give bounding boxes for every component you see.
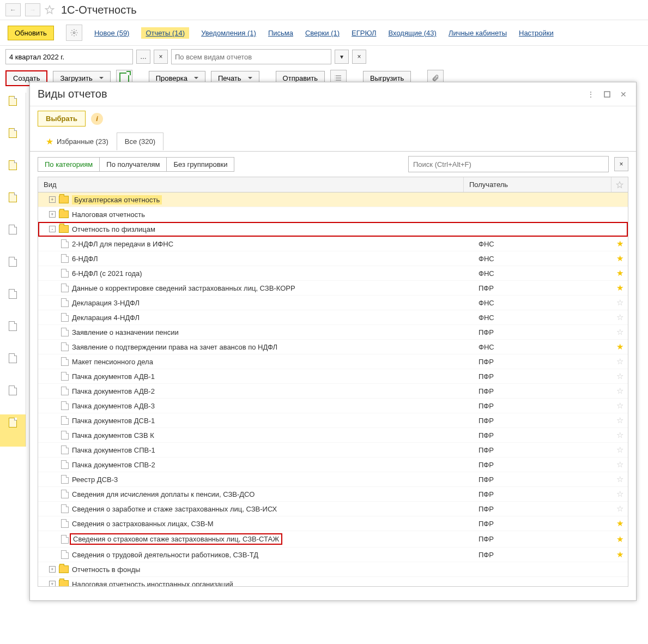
tab-favorites[interactable]: ★ Избранные (23) xyxy=(38,131,117,152)
expander-icon[interactable]: + xyxy=(49,211,56,218)
table-row[interactable]: 6-НДФЛ (с 2021 года)ФНС★ xyxy=(38,266,628,281)
table-row[interactable]: Заявление о подтверждении права на зачет… xyxy=(38,340,628,354)
search-clear-button[interactable]: × xyxy=(614,157,628,171)
update-button[interactable]: Обновить xyxy=(8,26,54,40)
table-row[interactable]: Пачка документов СПВ-1ПФР☆ xyxy=(38,443,628,458)
col-header-fav[interactable] xyxy=(611,177,628,192)
row-favorite[interactable]: ☆ xyxy=(611,460,628,470)
row-favorite[interactable]: ☆ xyxy=(611,327,628,337)
table-row[interactable]: +Бухгалтерская отчетность xyxy=(38,192,628,207)
row-favorite[interactable]: ★ xyxy=(611,519,628,528)
table-row[interactable]: Пачка документов АДВ-3ПФР☆ xyxy=(38,399,628,413)
close-icon[interactable]: ✕ xyxy=(619,89,628,99)
sheet-tab-3[interactable] xyxy=(0,157,26,189)
table-row[interactable]: Заявление о назначении пенсииПФР☆ xyxy=(38,325,628,340)
row-favorite[interactable]: ★ xyxy=(611,550,628,559)
sheet-tab-10[interactable] xyxy=(0,382,26,414)
col-header-vid[interactable]: Вид xyxy=(38,177,464,192)
row-favorite[interactable]: ★ xyxy=(611,239,628,249)
sheet-tab-11[interactable] xyxy=(0,414,26,447)
menu-reconciliations-link[interactable]: Сверки (1) xyxy=(305,29,340,37)
sheet-tab-4[interactable] xyxy=(0,189,26,221)
menu-cabinets-link[interactable]: Личные кабинеты xyxy=(449,29,507,37)
row-favorite[interactable]: ☆ xyxy=(611,298,628,308)
table-row[interactable]: -Отчетность по физлицам xyxy=(38,222,628,237)
col-header-pol[interactable]: Получатель xyxy=(464,177,611,192)
expander-icon[interactable]: + xyxy=(49,566,56,573)
seg-by-category[interactable]: По категориям xyxy=(38,158,100,171)
table-row[interactable]: Декларация 3-НДФЛФНС☆ xyxy=(38,296,628,310)
table-row[interactable]: Сведения о заработке и стаже застрахован… xyxy=(38,502,628,516)
table-row[interactable]: Сведения о страховом стаже застрахованны… xyxy=(38,531,628,547)
table-row[interactable]: Данные о корректировке сведений застрахо… xyxy=(38,281,628,296)
select-button[interactable]: Выбрать xyxy=(38,111,86,127)
row-favorite[interactable]: ★ xyxy=(611,268,628,278)
table-row[interactable]: +Отчетность в фонды xyxy=(38,562,628,577)
sheet-tab-1[interactable] xyxy=(0,93,26,125)
table-row[interactable]: Сведения для исчисления доплаты к пенсии… xyxy=(38,487,628,502)
row-favorite[interactable]: ★ xyxy=(611,283,628,293)
row-favorite[interactable]: ★ xyxy=(611,534,628,544)
period-input[interactable] xyxy=(5,49,133,64)
row-favorite[interactable]: ☆ xyxy=(611,430,628,440)
menu-incoming-link[interactable]: Входящие (43) xyxy=(389,29,437,37)
row-favorite[interactable]: ☆ xyxy=(611,416,628,425)
table-row[interactable]: Пачка документов СПВ-2ПФР☆ xyxy=(38,458,628,472)
sheet-tab-8[interactable] xyxy=(0,318,26,350)
nav-back-button[interactable]: ← xyxy=(5,3,21,16)
row-favorite[interactable]: ☆ xyxy=(611,312,628,322)
report-type-clear-button[interactable]: × xyxy=(352,50,366,64)
menu-egrul-link[interactable]: ЕГРЮЛ xyxy=(352,29,376,37)
row-favorite[interactable]: ☆ xyxy=(611,386,628,396)
menu-letters-link[interactable]: Письма xyxy=(268,29,293,37)
gear-button[interactable] xyxy=(66,25,82,41)
seg-no-group[interactable]: Без группировки xyxy=(167,158,234,171)
table-row[interactable]: Макет пенсионного делаПФР☆ xyxy=(38,354,628,369)
table-row[interactable]: Декларация 4-НДФЛФНС☆ xyxy=(38,310,628,325)
table-row[interactable]: +Налоговая отчетность xyxy=(38,207,628,222)
sheet-tab-9[interactable] xyxy=(0,350,26,382)
sheet-tab-2[interactable] xyxy=(0,125,26,157)
menu-new-link[interactable]: Новое (59) xyxy=(94,29,130,37)
menu-notifications-link[interactable]: Уведомления (1) xyxy=(201,29,256,37)
nav-forward-button[interactable]: → xyxy=(25,3,40,16)
more-icon[interactable]: ⋮ xyxy=(586,89,596,99)
sheet-tab-6[interactable] xyxy=(0,254,26,286)
table-row[interactable]: Сведения о застрахованных лицах, СЗВ-МПФ… xyxy=(38,516,628,531)
table-row[interactable]: Сведения о трудовой деятельности работни… xyxy=(38,547,628,562)
row-favorite[interactable]: ☆ xyxy=(611,445,628,455)
table-row[interactable]: Пачка документов СЗВ КПФР☆ xyxy=(38,428,628,443)
search-input[interactable] xyxy=(408,156,609,172)
sheet-tab-7[interactable] xyxy=(0,286,26,318)
table-row[interactable]: 6-НДФЛФНС★ xyxy=(38,251,628,266)
table-row[interactable]: Пачка документов АДВ-2ПФР☆ xyxy=(38,384,628,399)
row-favorite[interactable]: ☆ xyxy=(611,504,628,514)
row-favorite[interactable]: ☆ xyxy=(611,357,628,366)
row-favorite[interactable]: ☆ xyxy=(611,489,628,499)
favorite-star-icon[interactable] xyxy=(45,5,54,15)
report-type-dropdown-button[interactable]: ▾ xyxy=(335,50,349,64)
table-row[interactable]: Пачка документов АДВ-1ПФР☆ xyxy=(38,369,628,384)
table-row[interactable]: +Налоговая отчетность иностранных органи… xyxy=(38,577,628,587)
expander-icon[interactable]: - xyxy=(49,226,56,232)
row-favorite[interactable]: ★ xyxy=(611,342,628,352)
report-type-input[interactable] xyxy=(171,49,331,64)
grid-body[interactable]: +Бухгалтерская отчетность+Налоговая отче… xyxy=(38,192,628,587)
period-clear-button[interactable]: × xyxy=(154,50,168,64)
row-favorite[interactable]: ★ xyxy=(611,254,628,263)
maximize-icon[interactable] xyxy=(602,89,612,99)
sheet-tab-5[interactable] xyxy=(0,221,26,254)
info-icon[interactable]: i xyxy=(91,113,103,125)
expander-icon[interactable]: + xyxy=(49,581,56,587)
table-row[interactable]: Пачка документов ДСВ-1ПФР☆ xyxy=(38,413,628,428)
menu-settings-link[interactable]: Настройки xyxy=(519,29,554,37)
period-more-button[interactable]: … xyxy=(136,50,150,64)
row-favorite[interactable]: ☆ xyxy=(611,371,628,381)
row-favorite[interactable]: ☆ xyxy=(611,474,628,484)
seg-by-recipient[interactable]: По получателям xyxy=(100,158,167,171)
menu-reports-link[interactable]: Отчеты (14) xyxy=(141,27,189,39)
table-row[interactable]: 2-НДФЛ для передачи в ИФНСФНС★ xyxy=(38,237,628,251)
table-row[interactable]: Реестр ДСВ-3ПФР☆ xyxy=(38,472,628,487)
tab-all[interactable]: Все (320) xyxy=(117,133,163,151)
expander-icon[interactable]: + xyxy=(49,196,56,203)
